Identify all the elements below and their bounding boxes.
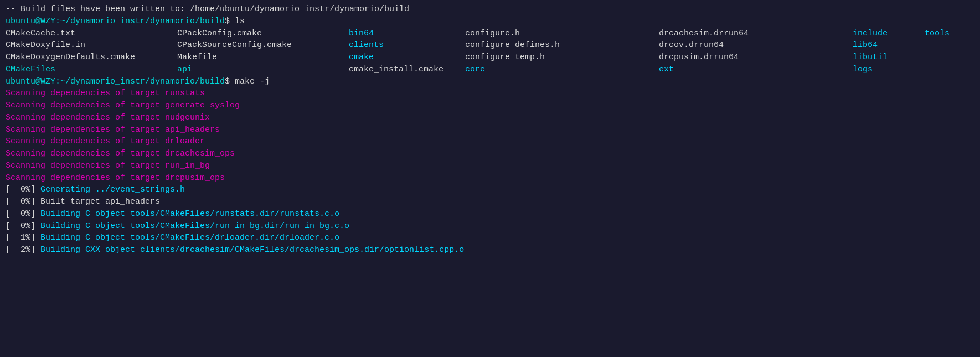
ls-col-7: tools [925, 28, 980, 76]
ls-col-3: bin64 clients cmake cmake_install.cmake [349, 28, 465, 76]
build-prefix-6: [ 2%] [6, 244, 40, 256]
prompt-user-2: ubuntu@WZY:~/dynamorio_instr/dynamorio/b… [6, 76, 225, 88]
list-item: drcachesim.drrun64 [659, 28, 847, 40]
scan-target-2: generate_syslog [165, 100, 240, 112]
build-text-6: Building CXX object clients/drcachesim/C… [40, 244, 464, 256]
list-item: CMakeDoxygenDefaults.cmake [6, 51, 172, 64]
scan-target-7: run_in_bg [165, 160, 210, 172]
ls-col-1: CMakeCache.txt CMakeDoxyfile.in CMakeDox… [6, 28, 177, 76]
prompt-line-1: ubuntu@WZY:~/dynamorio_instr/dynamorio/b… [6, 15, 974, 28]
list-item: include [853, 28, 919, 40]
build-prefix-4: [ 0%] [6, 220, 40, 232]
list-item: Makefile [177, 51, 343, 64]
list-item: lib64 [853, 39, 919, 51]
build-text-4: Building C object tools/CMakeFiles/run_i… [40, 220, 349, 232]
scan-text-7: Scanning dependencies of target [6, 160, 165, 172]
list-item: drcov.drrun64 [659, 39, 847, 51]
scan-line-2: Scanning dependencies of target generate… [6, 100, 974, 112]
scan-line-5: Scanning dependencies of target drloader [6, 136, 974, 148]
scan-target-5: drloader [165, 136, 205, 148]
scan-text-5: Scanning dependencies of target [6, 136, 165, 148]
build-line-4: [ 0%] Building C object tools/CMakeFiles… [6, 220, 974, 232]
scan-target-8: drcpusim_ops [165, 172, 225, 184]
ls-output: CMakeCache.txt CMakeDoxyfile.in CMakeDox… [6, 28, 974, 76]
build-line-2: [ 0%] Built target api_headers [6, 196, 974, 208]
scan-line-4: Scanning dependencies of target api_head… [6, 124, 974, 136]
prompt-line-2: ubuntu@WZY:~/dynamorio_instr/dynamorio/b… [6, 76, 974, 88]
build-prefix-3: [ 0%] [6, 208, 40, 220]
scan-target-4: api_headers [165, 124, 220, 136]
build-path-text: -- Build files have been written to: /ho… [6, 3, 409, 15]
ls-col-6: include lib64 libutil logs [853, 28, 925, 76]
cmd-2: $ make -j [225, 76, 270, 88]
list-item: tools [925, 28, 974, 40]
scan-line-7: Scanning dependencies of target run_in_b… [6, 160, 974, 172]
ls-col-2: CPackConfig.cmake CPackSourceConfig.cmak… [177, 28, 349, 76]
scan-line-3: Scanning dependencies of target nudgeuni… [6, 112, 974, 124]
list-item: cmake_install.cmake [349, 64, 460, 76]
list-item: configure_defines.h [465, 39, 653, 51]
list-item: CMakeDoxyfile.in [6, 39, 172, 51]
scan-target-6: drcachesim_ops [165, 148, 235, 160]
cmd-1: $ ls [225, 15, 245, 28]
list-item: libutil [853, 51, 919, 64]
build-line-1: [ 0%] Generating ../event_strings.h [6, 184, 974, 196]
build-line-3: [ 0%] Building C object tools/CMakeFiles… [6, 208, 974, 220]
list-item: cmake [349, 51, 460, 64]
list-item: api [177, 64, 343, 76]
list-item [925, 39, 974, 51]
scan-text-6: Scanning dependencies of target [6, 148, 165, 160]
scan-text-1: Scanning dependencies of target [6, 87, 165, 100]
list-item: drcpusim.drrun64 [659, 51, 847, 64]
build-line-6: [ 2%] Building CXX object clients/drcach… [6, 244, 974, 256]
list-item: CPackConfig.cmake [177, 28, 343, 40]
build-line-5: [ 1%] Building C object tools/CMakeFiles… [6, 232, 974, 244]
list-item: logs [853, 64, 919, 76]
list-item: bin64 [349, 28, 460, 40]
scan-target-3: nudgeunix [165, 112, 210, 124]
list-item: clients [349, 39, 460, 51]
build-prefix-5: [ 1%] [6, 232, 40, 244]
list-item: core [465, 64, 653, 76]
list-item: CMakeFiles [6, 64, 172, 76]
list-item: configure.h [465, 28, 653, 40]
scan-line-6: Scanning dependencies of target drcaches… [6, 148, 974, 160]
build-prefix-2: [ 0%] Built target api_headers [6, 196, 160, 208]
list-item: CPackSourceConfig.cmake [177, 39, 343, 51]
ls-col-5: drcachesim.drrun64 drcov.drrun64 drcpusi… [659, 28, 853, 76]
prompt-user-1: ubuntu@WZY:~/dynamorio_instr/dynamorio/b… [6, 15, 225, 28]
scan-text-4: Scanning dependencies of target [6, 124, 165, 136]
scan-line-8: Scanning dependencies of target drcpusim… [6, 172, 974, 184]
scan-target-1: runstats [165, 87, 205, 100]
list-item: ext [659, 64, 847, 76]
ls-col-4: configure.h configure_defines.h configur… [465, 28, 659, 76]
scan-text-2: Scanning dependencies of target [6, 100, 165, 112]
build-text-5: Building C object tools/CMakeFiles/drloa… [40, 232, 339, 244]
list-item [925, 64, 974, 76]
scan-text-8: Scanning dependencies of target [6, 172, 165, 184]
build-prefix-1: [ 0%] [6, 184, 40, 196]
terminal: -- Build files have been written to: /ho… [6, 3, 974, 256]
list-item: CMakeCache.txt [6, 28, 172, 40]
build-text-1: Generating ../event_strings.h [40, 184, 185, 196]
scan-line-1: Scanning dependencies of target runstats [6, 87, 974, 100]
list-item: configure_temp.h [465, 51, 653, 64]
scan-text-3: Scanning dependencies of target [6, 112, 165, 124]
build-text-3: Building C object tools/CMakeFiles/runst… [40, 208, 339, 220]
build-path-line: -- Build files have been written to: /ho… [6, 3, 974, 15]
list-item [925, 51, 974, 64]
